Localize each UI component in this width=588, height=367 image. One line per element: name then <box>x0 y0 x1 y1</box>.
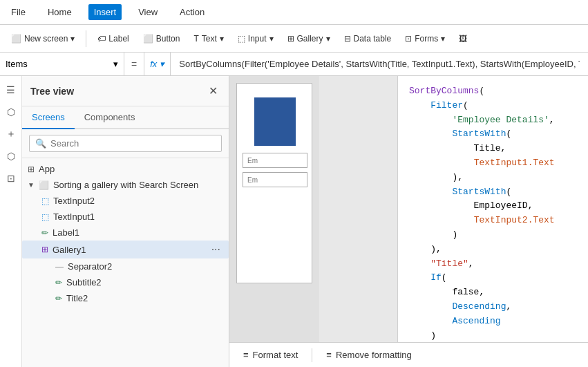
tree-item-screen1[interactable]: ▼ ⬜ Sorting a gallery with Search Screen <box>22 177 229 193</box>
nav-plus-icon[interactable]: ＋ <box>3 126 19 142</box>
media-button[interactable]: 🖼 <box>453 31 473 46</box>
button-button[interactable]: ⬜ Button <box>137 31 186 46</box>
screen-input2: Em <box>243 172 307 187</box>
tree-panel: Tree view ✕ Screens Components 🔍 ⊞ App ▼… <box>22 76 229 367</box>
property-selector[interactable]: Items ▾ <box>0 53 124 75</box>
separator2-icon: ― <box>55 262 64 272</box>
new-screen-icon: ⬜ <box>11 34 21 44</box>
fx-button[interactable]: fx ▾ <box>144 53 171 75</box>
menu-action[interactable]: Action <box>174 4 210 20</box>
tree-item-subtitle2[interactable]: ✏ Subtitle2 <box>22 274 229 290</box>
canvas-area: Em Em <box>229 76 397 342</box>
menu-view[interactable]: View <box>133 4 163 20</box>
tree-item-gallery1[interactable]: ⊞ Gallery1 ··· <box>22 241 229 258</box>
formula-input[interactable] <box>171 56 588 72</box>
tree-item-textinput1[interactable]: ⬚ TextInput1 <box>22 209 229 225</box>
tab-screens[interactable]: Screens <box>22 106 75 129</box>
menu-insert[interactable]: Insert <box>88 4 122 20</box>
text-icon: T <box>193 34 198 44</box>
data-table-button[interactable]: ⊟ Data table <box>339 31 397 46</box>
label1-label: Label1 <box>53 227 79 238</box>
code-line-2: Filter( <box>409 99 577 113</box>
code-line-7: ), <box>409 171 577 185</box>
canvas-inner: Em Em <box>229 76 397 342</box>
remove-formatting-button[interactable]: ≡ Remove formatting <box>318 347 419 363</box>
code-line-4: StartsWith( <box>409 127 577 142</box>
code-line-9: EmployeeID, <box>409 199 577 214</box>
screen-input1: Em <box>243 153 307 168</box>
subtitle2-icon: ✏ <box>55 278 62 288</box>
search-input-wrap[interactable]: 🔍 <box>29 135 222 152</box>
gallery-button[interactable]: ⊞ Gallery ▾ <box>282 31 336 46</box>
tree-content: ⊞ App ▼ ⬜ Sorting a gallery with Search … <box>22 158 229 367</box>
code-line-11: ) <box>409 228 577 243</box>
format-text-icon: ≡ <box>243 350 249 360</box>
media-icon: 🖼 <box>459 34 467 44</box>
code-line-1: SortByColumns( <box>409 84 577 99</box>
tab-components[interactable]: Components <box>75 106 145 129</box>
remove-formatting-icon: ≡ <box>326 350 332 360</box>
app-icon: ⊞ <box>28 164 35 174</box>
gallery1-more-icon[interactable]: ··· <box>209 243 223 256</box>
code-line-15: false, <box>409 285 577 300</box>
tree-tabs: Screens Components <box>22 106 229 129</box>
tree-item-textinput2[interactable]: ⬚ TextInput2 <box>22 193 229 209</box>
forms-dropdown-icon: ▾ <box>441 34 445 44</box>
separator2-label: Separator2 <box>68 261 112 272</box>
tree-item-title2[interactable]: ✏ Title2 <box>22 290 229 306</box>
fx-dropdown-icon: ▾ <box>160 59 164 69</box>
menu-bar: File Home Insert View Action <box>0 0 588 25</box>
textinput2-label: TextInput2 <box>53 196 95 206</box>
menu-file[interactable]: File <box>6 4 31 20</box>
gallery-dropdown-icon: ▾ <box>326 34 330 44</box>
tree-close-button[interactable]: ✕ <box>206 83 220 99</box>
app-label: App <box>39 164 55 174</box>
input-icon: ⬚ <box>238 34 245 44</box>
nav-data-icon[interactable]: ⬡ <box>3 148 19 164</box>
forms-icon: ⊡ <box>405 34 412 44</box>
formula-bar: Items ▾ = fx ▾ <box>0 53 588 76</box>
bottom-separator <box>312 348 312 362</box>
text-button[interactable]: T Text ▾ <box>188 31 229 46</box>
right-content: Em Em SortByColumns( Filter( 'Employee D… <box>229 76 588 367</box>
selector-dropdown-icon: ▾ <box>113 59 118 69</box>
toolbar-separator-1 <box>86 30 86 47</box>
code-line-3: 'Employee Details', <box>409 113 577 128</box>
main-area: ☰ ⬡ ＋ ⬡ ⊡ Tree view ✕ Screens Components… <box>0 76 588 367</box>
nav-settings-icon[interactable]: ⊡ <box>3 170 19 187</box>
code-line-12: ), <box>409 243 577 257</box>
button-icon: ⬜ <box>143 34 153 44</box>
gallery1-icon: ⊞ <box>41 245 48 254</box>
code-line-10: TextInput2.Text <box>409 214 577 228</box>
data-table-icon: ⊟ <box>344 34 351 44</box>
screen1-label: Sorting a gallery with Search Screen <box>53 180 198 190</box>
tree-item-app[interactable]: ⊞ App <box>22 161 229 177</box>
code-line-5: Title, <box>409 142 577 156</box>
subtitle2-label: Subtitle2 <box>66 277 102 288</box>
new-screen-button[interactable]: ⬜ New screen ▾ <box>6 31 80 46</box>
tree-item-separator2[interactable]: ― Separator2 <box>22 258 229 274</box>
nav-tree-icon[interactable]: ☰ <box>3 82 19 98</box>
title2-icon: ✏ <box>55 294 62 303</box>
title2-label: Title2 <box>66 293 88 303</box>
code-line-8: StartsWith( <box>409 185 577 200</box>
tree-item-label1[interactable]: ✏ Label1 <box>22 225 229 241</box>
format-text-button[interactable]: ≡ Format text <box>235 347 306 363</box>
label1-icon: ✏ <box>41 228 48 238</box>
label-button[interactable]: 🏷 Label <box>92 31 134 46</box>
toolbar: ⬜ New screen ▾ 🏷 Label ⬜ Button T Text ▾… <box>0 25 588 53</box>
search-input[interactable] <box>50 138 216 149</box>
nav-layers-icon[interactable]: ⬡ <box>3 104 19 120</box>
textinput2-icon: ⬚ <box>41 196 49 206</box>
forms-button[interactable]: ⊡ Forms ▾ <box>399 31 451 46</box>
gallery1-label: Gallery1 <box>53 245 86 255</box>
menu-home[interactable]: Home <box>42 4 77 20</box>
code-line-13: "Title", <box>409 257 577 272</box>
input-dropdown-icon: ▾ <box>269 34 274 44</box>
text-dropdown-icon: ▾ <box>220 34 224 44</box>
left-nav: ☰ ⬡ ＋ ⬡ ⊡ <box>0 76 22 367</box>
tree-header: Tree view ✕ <box>22 76 229 106</box>
input-button[interactable]: ⬚ Input ▾ <box>232 31 279 46</box>
code-editor[interactable]: SortByColumns( Filter( 'Employee Details… <box>397 76 588 342</box>
gallery-icon: ⊞ <box>287 34 294 44</box>
